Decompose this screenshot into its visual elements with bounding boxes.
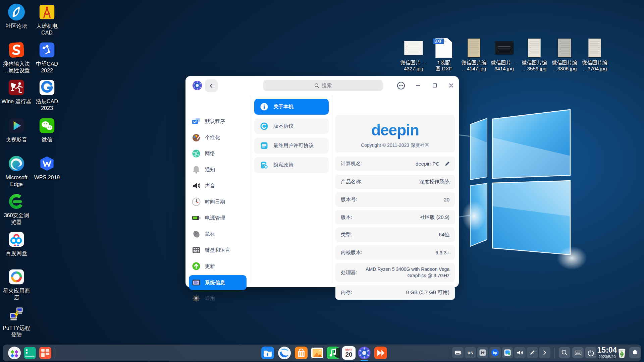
settings-sidebar: 默认程序 个性化 网络 通知 声音 时间日期 xyxy=(185,95,250,287)
desktop-file-label: 微信图片 …4327.jpg xyxy=(398,60,429,72)
divider xyxy=(332,95,332,283)
desktop-icon-label: 百度网盘 xyxy=(1,250,32,257)
desktop-icon-edge[interactable]: Microsoft Edge xyxy=(1,154,32,187)
keyboard-icon xyxy=(192,245,201,255)
desktop-icon-360browser[interactable]: 360安全浏 览器 xyxy=(1,192,32,225)
sidebar-item-label: 系统信息 xyxy=(205,280,225,286)
menu-item-privacy-policy[interactable]: 隐私政策 xyxy=(254,157,329,173)
edit-pencil-icon[interactable] xyxy=(444,161,450,168)
tray-messages[interactable] xyxy=(502,347,513,358)
desktop-icon-putty[interactable]: PuTTY远程 登陆 xyxy=(1,305,32,338)
launcher-icon xyxy=(8,346,21,360)
desktop-icon-label: WPS 2019 xyxy=(32,174,62,181)
mouse-icon xyxy=(192,229,201,239)
multitasking-view-button[interactable] xyxy=(38,346,52,360)
sidebar-item-default-apps[interactable]: 默认程序 xyxy=(189,115,247,128)
tray-trash[interactable] xyxy=(615,346,628,360)
tray-hp-device[interactable]: hp xyxy=(489,347,501,358)
tray-video-app[interactable] xyxy=(477,347,488,358)
desktop-icon-zwcad[interactable]: 中望CAD 2022 xyxy=(32,41,62,74)
desktop-icon-gstarcad[interactable]: 浩辰CAD 2023 xyxy=(32,78,62,111)
tray-screenshot-pen[interactable] xyxy=(527,347,538,358)
tray-volume[interactable] xyxy=(514,347,526,358)
desktop-icon-daxiong-cad[interactable]: 大雄机电 CAD xyxy=(32,3,62,36)
info-row-product-name: 产品名称: 深度操作系统 xyxy=(335,175,455,189)
sidebar-item-keyboard-language[interactable]: 键盘和语言 xyxy=(189,243,247,257)
desktop-icon-wechat[interactable]: 微信 xyxy=(32,116,62,143)
minimize-button[interactable] xyxy=(412,79,424,92)
window-menu-button[interactable] xyxy=(395,79,407,92)
dock-control-center[interactable] xyxy=(357,346,371,360)
volume-icon xyxy=(517,349,523,356)
info-label: 版本: xyxy=(341,214,352,221)
desktop-icon-sogou[interactable]: 搜狗输入法 …属性设置 xyxy=(1,41,32,74)
baidu-netdisk-icon xyxy=(7,230,26,249)
sidebar-item-power[interactable]: 电源管理 xyxy=(189,211,247,225)
desktop-icon-wps[interactable]: WPS 2019 xyxy=(32,154,62,181)
sidebar-item-mouse[interactable]: 鼠标 xyxy=(189,227,247,241)
desktop-icon-wine-runner[interactable]: Wine 运行器 xyxy=(1,78,32,105)
sidebar-item-update[interactable]: 更新 xyxy=(189,259,247,273)
hp-icon: hp xyxy=(491,349,499,357)
dock-calendar[interactable]: MAY 20 xyxy=(342,346,356,360)
search-input[interactable]: 搜索 xyxy=(263,80,383,91)
menu-item-version-protocol[interactable]: 版本协议 xyxy=(254,118,329,134)
info-row-kernel: 内核版本: 6.3.3+ xyxy=(335,245,455,260)
gstarcad-icon xyxy=(38,78,56,97)
image-thumbnail-icon xyxy=(585,38,604,58)
desktop-file-jpg[interactable]: 微信图片编 …4147.jpg xyxy=(459,38,489,72)
dock-file-manager[interactable] xyxy=(261,346,275,360)
tray-onscreen-keyboard[interactable] xyxy=(572,347,584,358)
desktop-icon-baidu-netdisk[interactable]: 百度网盘 xyxy=(1,230,32,257)
sidebar-item-notifications[interactable]: 通知 xyxy=(189,163,247,176)
daxiong-cad-icon xyxy=(38,3,56,21)
copyright-text: Copyright © 2011-2023 深度社区 xyxy=(335,142,455,148)
desktop-file-jpg[interactable]: 微信图片 …3414.jpg xyxy=(489,38,519,72)
back-button[interactable] xyxy=(205,79,218,92)
sidebar-item-system-info[interactable]: 系统信息 xyxy=(189,275,247,290)
image-thumbnail-icon xyxy=(465,38,483,58)
desktop-icon-community-forum[interactable]: 社区论坛 xyxy=(1,3,32,29)
menu-item-about[interactable]: 关于本机 xyxy=(254,99,329,115)
desktop-icon-label: 360安全浏 览器 xyxy=(1,212,32,225)
dock-browser[interactable] xyxy=(277,346,291,360)
desktop-file-jpg[interactable]: 微信图片编 …3559.jpg xyxy=(519,38,549,72)
show-desktop-button[interactable] xyxy=(23,346,37,360)
image-thumbnail-icon xyxy=(525,38,544,58)
trash-icon xyxy=(617,348,627,358)
desktop-file-dxf[interactable]: DXF 1装配 图.DXF xyxy=(429,38,459,72)
sidebar-item-network[interactable]: 网络 xyxy=(189,147,247,160)
info-row-version-number: 版本号: 20 xyxy=(335,192,455,207)
deepin-logo-card: deepin Copyright © 2011-2023 深度社区 xyxy=(335,115,455,153)
sidebar-item-general[interactable]: 通用 xyxy=(189,292,247,305)
desktop-icon-spark-store[interactable]: 星火应用商 店 xyxy=(1,267,32,301)
close-button[interactable] xyxy=(445,79,457,92)
active-window-indicator xyxy=(361,360,368,361)
close-icon xyxy=(448,82,454,88)
maximize-button[interactable] xyxy=(429,79,441,92)
control-center-window: 搜索 默认程序 个性化 xyxy=(185,76,459,287)
desktop-file-jpg[interactable]: 微信图片编 …3806.jpg xyxy=(549,38,580,72)
dock-app-store[interactable] xyxy=(294,346,308,360)
info-label: 内存: xyxy=(341,289,352,296)
desktop-icon-label: PuTTY远程 登陆 xyxy=(1,325,32,338)
sidebar-item-personalization[interactable]: 个性化 xyxy=(189,131,247,144)
tray-expand[interactable] xyxy=(539,347,550,358)
dock-photos[interactable] xyxy=(310,346,324,360)
tray-keyboard-layout[interactable]: us xyxy=(465,347,476,358)
dock-music[interactable] xyxy=(326,346,340,360)
desktop-file-jpg[interactable]: 微信图片 …4327.jpg xyxy=(398,38,429,72)
menu-item-eula[interactable]: 最终用户许可协议 xyxy=(254,138,329,154)
tray-notification-center[interactable] xyxy=(629,347,641,358)
launcher-button[interactable] xyxy=(7,346,21,360)
desktop-file-label: 微信图片编 …4147.jpg xyxy=(459,60,489,72)
sidebar-item-datetime[interactable]: 时间日期 xyxy=(189,195,247,208)
menu-item-label: 关于本机 xyxy=(273,104,293,110)
desktop-icon-cbox[interactable]: 央视影音 xyxy=(1,116,32,143)
desktop-file-jpg[interactable]: 微信图片编 …3704.jpg xyxy=(580,38,610,72)
dock-video-player[interactable] xyxy=(374,346,388,360)
info-row-processor: 处理器: AMD Ryzen 5 3400G with Radeon Vega … xyxy=(335,263,455,282)
tray-grand-search[interactable] xyxy=(559,347,570,358)
sidebar-item-sound[interactable]: 声音 xyxy=(189,179,247,192)
tray-input-method[interactable] xyxy=(452,347,464,358)
